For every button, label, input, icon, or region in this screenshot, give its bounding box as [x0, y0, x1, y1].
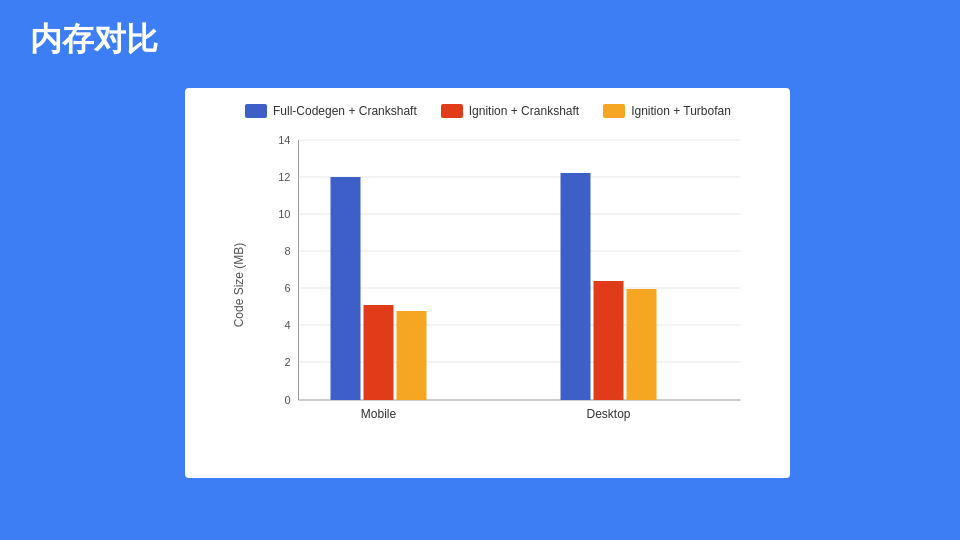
legend-item-ignition-turbofan: Ignition + Turbofan: [603, 104, 731, 118]
page-title: 内存对比: [30, 18, 158, 62]
bar-desktop-ignition-turbofan: [627, 289, 657, 400]
svg-text:0: 0: [284, 394, 290, 406]
svg-text:4: 4: [284, 319, 290, 331]
bar-mobile-ignition-crankshaft: [364, 305, 394, 400]
y-axis-label: Code Size (MB): [232, 243, 246, 328]
svg-text:12: 12: [278, 171, 290, 183]
chart-area: Code Size (MB) 14 12 10 8 6 4 2 0: [245, 130, 766, 440]
legend-color-ignition-crankshaft: [441, 104, 463, 118]
svg-text:8: 8: [284, 245, 290, 257]
legend-item-ignition-crankshaft: Ignition + Crankshaft: [441, 104, 579, 118]
legend-label-ignition-crankshaft: Ignition + Crankshaft: [469, 104, 579, 118]
bar-mobile-full-codegen: [331, 177, 361, 400]
bar-desktop-full-codegen: [561, 173, 591, 400]
label-mobile: Mobile: [361, 407, 397, 421]
svg-text:2: 2: [284, 356, 290, 368]
svg-text:10: 10: [278, 208, 290, 220]
label-desktop: Desktop: [586, 407, 630, 421]
legend-label-full-codegen: Full-Codegen + Crankshaft: [273, 104, 417, 118]
legend-item-full-codegen: Full-Codegen + Crankshaft: [245, 104, 417, 118]
bar-desktop-ignition-crankshaft: [594, 281, 624, 400]
legend-color-full-codegen: [245, 104, 267, 118]
legend-color-ignition-turbofan: [603, 104, 625, 118]
svg-text:6: 6: [284, 282, 290, 294]
chart-svg: 14 12 10 8 6 4 2 0: [245, 130, 766, 440]
legend-label-ignition-turbofan: Ignition + Turbofan: [631, 104, 731, 118]
chart-container: Full-Codegen + Crankshaft Ignition + Cra…: [185, 88, 790, 478]
svg-text:14: 14: [278, 134, 290, 146]
chart-legend: Full-Codegen + Crankshaft Ignition + Cra…: [245, 104, 766, 118]
bar-mobile-ignition-turbofan: [397, 311, 427, 400]
